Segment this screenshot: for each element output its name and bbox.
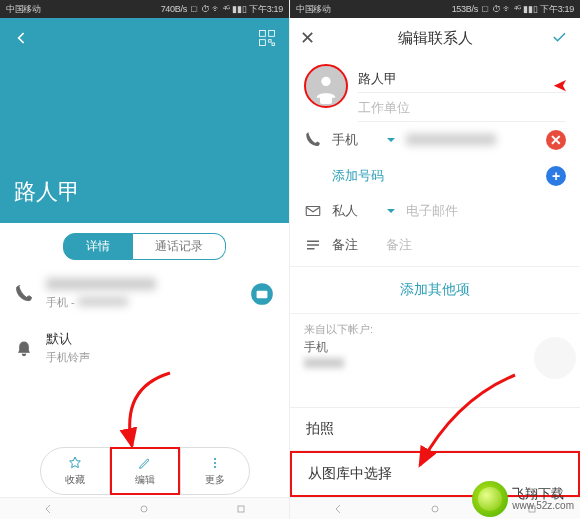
phone-icon — [304, 131, 322, 149]
svg-point-7 — [213, 458, 215, 460]
phone-row[interactable]: 手机 - — [0, 268, 289, 320]
phone-field-row[interactable]: 手机 ✕ — [290, 122, 580, 158]
system-nav-bar — [0, 497, 289, 519]
nav-home-icon[interactable] — [429, 503, 441, 515]
contact-detail-screen: 中国移动 740B/s ⬚ ⏱ ᯤ ⁴ᴳ ▮▮▯ 下午3:19 路人甲 详情 通… — [0, 0, 290, 519]
close-icon[interactable]: ✕ — [300, 27, 315, 49]
svg-rect-0 — [260, 31, 266, 37]
svg-point-14 — [432, 506, 438, 512]
contact-name: 路人甲 — [14, 177, 80, 207]
remark-placeholder: 备注 — [386, 236, 566, 254]
edit-button[interactable]: 编辑 — [110, 447, 180, 495]
back-icon[interactable] — [12, 28, 32, 52]
edit-header: ✕ 编辑联系人 — [290, 18, 580, 58]
account-from-label: 来自以下帐户: — [304, 322, 566, 337]
chevron-down-icon — [386, 206, 396, 216]
ringtone-sub: 手机铃声 — [46, 350, 275, 365]
qr-icon[interactable] — [257, 28, 277, 52]
svg-point-9 — [213, 466, 215, 468]
pencil-icon — [137, 455, 153, 471]
phone-icon — [14, 284, 34, 304]
watermark-url: www.52z.com — [512, 501, 574, 512]
svg-rect-13 — [306, 207, 320, 216]
net-speed: 153B/s — [452, 4, 478, 14]
watermark: 飞翔下载 www.52z.com — [472, 481, 574, 517]
nav-home-icon[interactable] — [138, 503, 150, 515]
camera-badge-icon — [320, 94, 332, 104]
name-field[interactable]: 路人甲 — [358, 64, 566, 93]
phone-value-redacted — [406, 134, 496, 145]
avatar-button[interactable] — [304, 64, 348, 108]
add-other-button[interactable]: 添加其他项 — [290, 266, 580, 314]
edit-contact-screen: 中国移动 153B/s ⬚ ⏱ ᯤ ⁴ᴳ ▮▮▯ 下午3:19 ✕ 编辑联系人 … — [290, 0, 580, 519]
carrier: 中国移动 — [6, 3, 41, 16]
add-number-row[interactable]: 添加号码 + — [290, 158, 580, 194]
svg-rect-4 — [272, 43, 275, 46]
watermark-name: 飞翔下载 — [512, 487, 574, 501]
status-icons: ⬚ ⏱ ᯤ ⁴ᴳ ▮▮▯ — [481, 4, 537, 14]
more-icon — [207, 455, 223, 471]
watermark-logo-icon — [472, 481, 508, 517]
annotation-pointer: ➤ — [553, 75, 568, 97]
sheet-camera-option[interactable]: 拍照 — [290, 408, 580, 451]
svg-point-8 — [213, 462, 215, 464]
tab-calllog[interactable]: 通话记录 — [133, 233, 226, 260]
clock: 下午3:19 — [249, 3, 283, 16]
notes-icon — [304, 236, 322, 254]
net-speed: 740B/s — [161, 4, 187, 14]
nav-back-icon[interactable] — [42, 503, 54, 515]
svg-point-10 — [141, 506, 147, 512]
clock: 下午3:19 — [540, 3, 574, 16]
floating-action-button[interactable] — [534, 337, 576, 379]
tab-detail[interactable]: 详情 — [63, 233, 133, 260]
email-placeholder: 电子邮件 — [406, 202, 566, 220]
status-bar: 中国移动 740B/s ⬚ ⏱ ᯤ ⁴ᴳ ▮▮▯ 下午3:19 — [0, 0, 289, 18]
carrier: 中国移动 — [296, 3, 331, 16]
company-field[interactable]: 工作单位 ➤ — [358, 93, 566, 122]
bottom-action-bar: 收藏 编辑 更多 — [0, 447, 289, 495]
svg-rect-6 — [257, 291, 268, 299]
message-icon[interactable] — [249, 281, 275, 307]
remark-label: 备注 — [332, 236, 376, 254]
account-type: 手机 — [304, 339, 566, 356]
favorite-button[interactable]: 收藏 — [40, 447, 110, 495]
bell-icon — [14, 338, 34, 358]
ringtone-row[interactable]: 默认 手机铃声 — [0, 320, 289, 375]
svg-rect-11 — [238, 506, 244, 512]
star-icon — [67, 455, 83, 471]
mail-icon — [304, 202, 322, 220]
phone-number-redacted — [46, 278, 156, 290]
ringtone-title: 默认 — [46, 330, 275, 348]
phone-label: 手机 - — [46, 296, 75, 308]
email-field-row[interactable]: 私人 电子邮件 — [290, 194, 580, 228]
status-icons: ⬚ ⏱ ᯤ ⁴ᴳ ▮▮▯ — [190, 4, 246, 14]
svg-rect-1 — [269, 31, 275, 37]
nav-recent-icon[interactable] — [235, 503, 247, 515]
more-button[interactable]: 更多 — [180, 447, 250, 495]
svg-rect-2 — [260, 40, 266, 46]
account-value-redacted — [304, 358, 344, 368]
privacy-label: 私人 — [332, 202, 376, 220]
tabs: 详情 通话记录 — [0, 223, 289, 268]
remark-field-row[interactable]: 备注 备注 — [290, 228, 580, 262]
confirm-icon[interactable] — [550, 28, 568, 49]
phone-label: 手机 — [332, 131, 376, 149]
nav-back-icon[interactable] — [332, 503, 344, 515]
add-phone-button[interactable]: + — [546, 166, 566, 186]
remove-phone-button[interactable]: ✕ — [546, 130, 566, 150]
contact-hero: 路人甲 — [0, 18, 289, 223]
status-bar: 中国移动 153B/s ⬚ ⏱ ᯤ ⁴ᴳ ▮▮▯ 下午3:19 — [290, 0, 580, 18]
svg-point-12 — [321, 77, 330, 86]
chevron-down-icon — [386, 135, 396, 145]
page-title: 编辑联系人 — [398, 29, 473, 48]
svg-rect-3 — [269, 40, 272, 43]
